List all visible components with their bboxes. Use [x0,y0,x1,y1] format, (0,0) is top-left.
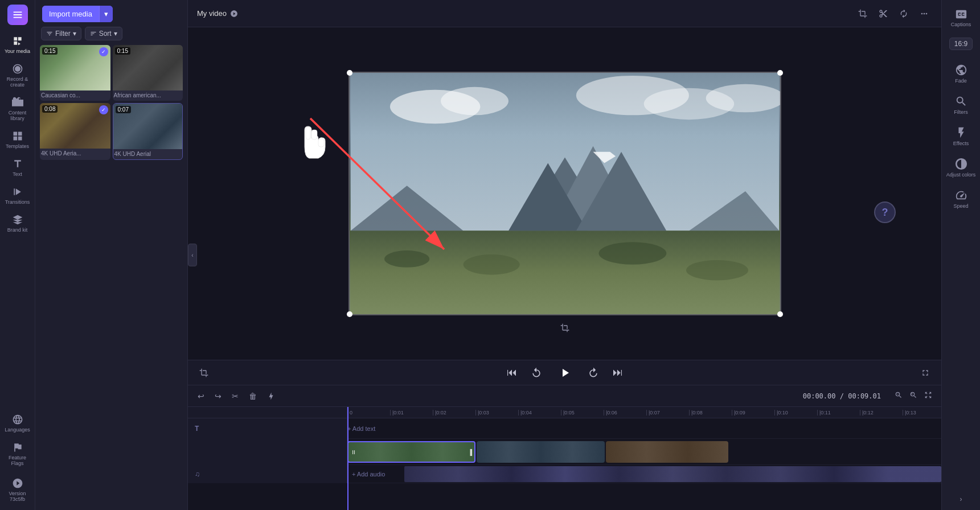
sidebar-item-version: Version 73c5fb [2,474,34,505]
fullscreen-button[interactable] [919,366,932,380]
text-track-row: T + Add text [188,418,941,439]
right-item-fade[interactable]: Fade [944,59,978,88]
add-audio-button[interactable]: + Add audio [352,471,385,478]
undo-button[interactable]: ↩ [195,390,207,402]
timeline-content: 0 |0:01 |0:02 |0:03 |0:04 |0:05 |0:06 |0… [188,407,941,510]
video-clips-container: ⏸ ▐ [347,441,941,463]
cut-button[interactable]: ✂ [229,390,241,402]
more-tools-button[interactable] [916,7,932,20]
sidebar-item-text[interactable]: Text [2,155,34,180]
ruler-mark-2: |0:02 [433,410,475,416]
playhead[interactable] [347,407,348,510]
canvas-handle-br[interactable] [777,311,783,317]
label-4kuhd1: 4K UHD Aeria... [40,149,110,159]
checkmark-caucasian: ✓ [99,47,108,56]
sidebar-item-feature-flags[interactable]: Feature Flags [2,438,34,470]
svg-rect-22 [311,130,317,139]
canvas-handle-tr[interactable] [777,70,783,76]
video-preview-area: ? [188,27,941,360]
time-separator: / [840,392,848,400]
video-track-label [188,439,347,465]
sidebar-item-record[interactable]: Record & create [2,60,34,91]
right-item-filters[interactable]: Filters [944,91,978,120]
play-pause-button[interactable] [553,364,576,382]
video-clip-1[interactable]: ⏸ ▐ [347,441,475,463]
trim-tool-button[interactable] [875,7,891,20]
app-logo[interactable] [7,5,28,25]
import-media-arrow[interactable]: ▾ [99,6,113,22]
filters-label: Filters [954,109,968,115]
zoom-in-button[interactable] [907,390,920,402]
delete-button[interactable]: 🗑 [246,390,260,402]
filter-label: Filter [55,30,71,38]
media-thumbnail-4kuhd2[interactable]: 0:07 4K UHD Aerial [113,103,183,160]
skip-back-button[interactable]: ⏮ [505,364,519,381]
duration-caucasian: 0:15 [42,47,58,55]
sort-button[interactable]: Sort ▾ [85,27,122,40]
left-sidebar: Your media Record & create Content libra… [0,0,35,510]
media-panel: Import media ▾ Filter ▾ Sort ▾ 0:15 ✓ Ca… [35,0,188,510]
ruler-mark-11: |0:11 [817,410,860,416]
media-thumbnail-4kuhd1[interactable]: 0:08 ✓ 4K UHD Aeria... [40,103,110,160]
sidebar-item-templates[interactable]: Templates [2,127,34,153]
rewind-5-button[interactable] [528,365,544,381]
captions-button[interactable]: Captions [944,5,978,31]
ruler-mark-8: |0:08 [689,410,732,416]
ruler-mark-6: |0:06 [604,410,646,416]
right-item-effects[interactable]: Effects [944,122,978,151]
import-media-main[interactable]: Import media [42,6,99,22]
fit-timeline-button[interactable] [922,390,934,402]
media-thumbnail-caucasian[interactable]: 0:15 ✓ Caucasian co... [40,45,110,101]
sidebar-item-your-media-label: Your media [5,48,30,54]
checkmark-4kuhd1: ✓ [99,105,108,114]
add-text-button[interactable]: + Add text [347,425,375,432]
clip1-end-icon: ▐ [468,449,472,455]
aspect-ratio-badge: 16:9 [949,38,973,50]
filter-button[interactable]: Filter ▾ [41,27,81,40]
preview-icon-btn[interactable] [197,366,211,380]
label-caucasian: Caucasian co... [40,91,110,101]
panel-collapse-button[interactable]: ‹ [188,244,197,266]
right-item-speed[interactable]: Speed [944,184,978,213]
video-clip-3[interactable] [606,441,728,463]
label-african: African american... [113,91,183,101]
sidebar-item-content-library[interactable]: Content library [2,93,34,125]
timeline-ruler: 0 |0:01 |0:02 |0:03 |0:04 |0:05 |0:06 |0… [188,407,941,418]
sidebar-item-text-label: Text [13,171,22,177]
sidebar-item-your-media[interactable]: Your media [2,32,34,57]
video-canvas[interactable] [348,72,781,315]
forward-5-button[interactable] [585,365,601,381]
sidebar-item-languages[interactable]: Languages [2,410,34,436]
zoom-out-button[interactable] [892,390,905,402]
svg-point-18 [686,260,748,281]
right-collapse-button[interactable]: › [958,493,965,505]
ruler-mark-10: |0:10 [774,410,817,416]
import-media-button[interactable]: Import media ▾ [42,6,113,22]
canvas-handle-bl[interactable] [347,311,352,317]
help-button[interactable]: ? [874,201,896,223]
preview-crop-icon[interactable] [557,321,573,335]
svg-point-0 [15,66,20,72]
skip-forward-button[interactable]: ⏭ [610,364,625,381]
sidebar-item-transitions[interactable]: Transitions [2,183,34,208]
timeline-toolbar: ↩ ↪ ✂ 🗑 00:00.00 / 00:09.01 [188,385,941,407]
split-button[interactable] [264,390,278,402]
project-name-text: My video [197,9,227,18]
right-item-adjust-colors[interactable]: Adjust colors [944,153,978,182]
playback-right [919,366,932,380]
crop-tool-button[interactable] [855,7,871,20]
canvas-handle-tl[interactable] [347,70,352,76]
right-sidebar-collapse[interactable]: › [958,493,965,505]
filter-chevron: ▾ [73,30,76,38]
timeline-area: ↩ ↪ ✂ 🗑 00:00.00 / 00:09.01 [188,385,941,510]
video-clip-2[interactable] [477,441,605,463]
media-thumbnail-african[interactable]: 0:15 African american... [113,45,183,101]
playback-controls: ⏮ ⏭ [188,360,941,385]
rotate-tool-button[interactable] [896,7,912,20]
ruler-mark-0: 0 [347,410,390,416]
ruler-mark-3: |0:03 [475,410,518,416]
sidebar-item-brand-kit[interactable]: Brand kit [2,211,34,236]
filter-sort-row: Filter ▾ Sort ▾ [35,27,187,45]
fade-label: Fade [955,78,967,84]
redo-button[interactable]: ↪ [212,390,224,402]
